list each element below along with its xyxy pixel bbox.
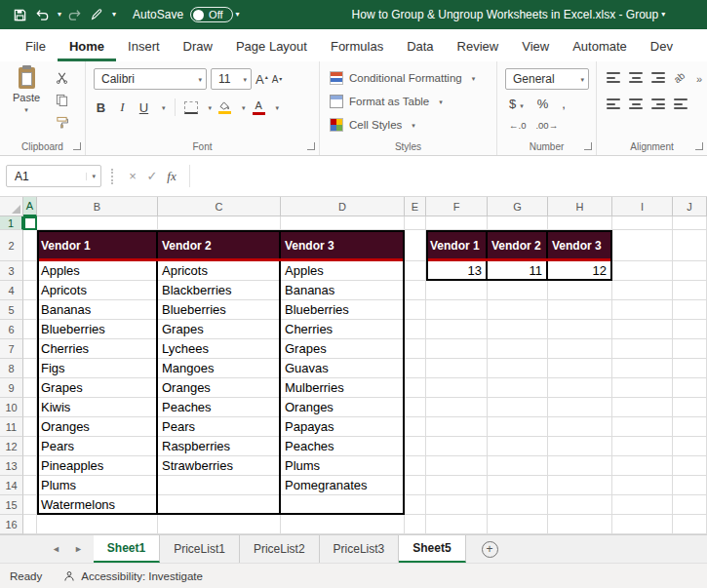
cell-C9[interactable]: Oranges <box>158 378 281 398</box>
cell-D15[interactable] <box>281 495 405 515</box>
cell-B3[interactable]: Apples <box>37 261 158 281</box>
cell-A1[interactable] <box>23 216 37 230</box>
cell-D6[interactable]: Cherries <box>281 320 405 339</box>
cell-D7[interactable]: Grapes <box>281 339 405 359</box>
cell-B6[interactable]: Blueberries <box>37 320 158 339</box>
cell-G13[interactable] <box>488 456 548 476</box>
cell-B9[interactable]: Grapes <box>37 378 158 398</box>
cell-E11[interactable] <box>405 417 426 437</box>
cell-I10[interactable] <box>612 398 673 417</box>
cell-A4[interactable] <box>23 281 37 300</box>
cell-B5[interactable]: Bananas <box>37 300 158 320</box>
bold-button[interactable]: B <box>94 98 108 117</box>
cell-C1[interactable] <box>158 216 281 230</box>
autosave-pill[interactable]: Off <box>190 7 232 22</box>
cell-E3[interactable] <box>405 261 426 281</box>
cell-I6[interactable] <box>612 320 673 339</box>
cell-D12[interactable]: Peaches <box>281 437 405 456</box>
borders-dropdown-icon[interactable]: ▾ <box>209 104 213 111</box>
cell-C4[interactable]: Blackberries <box>158 281 281 300</box>
cell-F9[interactable] <box>426 378 488 398</box>
row-header-12[interactable]: 12 <box>0 437 23 456</box>
cell-D10[interactable]: Oranges <box>281 398 405 417</box>
underline-button[interactable]: U <box>137 98 151 117</box>
copy-icon[interactable] <box>53 93 70 107</box>
row-header-7[interactable]: 7 <box>0 339 23 359</box>
cell-F12[interactable] <box>426 437 488 456</box>
cell-G14[interactable] <box>488 476 548 495</box>
middle-align-button[interactable] <box>629 72 643 83</box>
sheet-tab-sheet1[interactable]: Sheet1 <box>94 535 160 563</box>
row-header-5[interactable]: 5 <box>0 300 23 320</box>
cell-B12[interactable]: Pears <box>37 437 158 456</box>
row-header-15[interactable]: 15 <box>0 495 23 515</box>
cell-F2[interactable]: Vendor 1 <box>426 230 488 261</box>
cell-C16[interactable] <box>158 515 281 534</box>
cell-A12[interactable] <box>23 437 37 456</box>
cell-J14[interactable] <box>673 476 707 495</box>
name-box-dropdown-icon[interactable]: ▾ <box>86 173 96 180</box>
cell-A9[interactable] <box>23 378 37 398</box>
ribbon-tab-data[interactable]: Data <box>395 32 445 61</box>
ribbon-tab-automate[interactable]: Automate <box>561 32 639 61</box>
cell-E5[interactable] <box>405 300 426 320</box>
cell-J13[interactable] <box>673 456 707 476</box>
column-header-B[interactable]: B <box>37 197 158 216</box>
cell-G1[interactable] <box>488 216 548 230</box>
pen-dropdown-icon[interactable]: ▾ <box>112 11 116 19</box>
cell-D1[interactable] <box>281 216 405 230</box>
sheet-tab-sheet5[interactable]: Sheet5 <box>399 535 465 563</box>
cell-I11[interactable] <box>612 417 673 437</box>
cell-H2[interactable]: Vendor 3 <box>548 230 612 261</box>
undo-dropdown-icon[interactable]: ▾ <box>58 11 61 19</box>
cell-D4[interactable]: Bananas <box>281 281 405 300</box>
cell-F14[interactable] <box>426 476 488 495</box>
decrease-decimal-button[interactable]: .00→ <box>535 120 558 131</box>
cell-G16[interactable] <box>488 515 548 534</box>
font-family-select[interactable]: Calibri▾ <box>94 68 207 90</box>
format-as-table-button[interactable]: Format as Table ▾ <box>330 95 443 108</box>
cancel-icon[interactable]: × <box>123 169 142 183</box>
underline-dropdown-icon[interactable]: ▾ <box>162 104 166 111</box>
cell-D2[interactable]: Vendor 3 <box>281 230 405 261</box>
cell-G10[interactable] <box>488 398 548 417</box>
cell-J9[interactable] <box>673 378 707 398</box>
cell-E12[interactable] <box>405 437 426 456</box>
cell-G8[interactable] <box>488 359 548 378</box>
row-header-4[interactable]: 4 <box>0 281 23 300</box>
cell-F10[interactable] <box>426 398 488 417</box>
cell-I5[interactable] <box>612 300 673 320</box>
cell-A6[interactable] <box>23 320 37 339</box>
cell-A2[interactable] <box>23 230 37 261</box>
font-size-select[interactable]: 11▾ <box>211 68 252 90</box>
cell-G5[interactable] <box>488 300 548 320</box>
cell-H1[interactable] <box>548 216 612 230</box>
cell-F15[interactable] <box>426 495 488 515</box>
comma-style-button[interactable]: , <box>562 97 566 111</box>
cell-C6[interactable]: Grapes <box>158 320 281 339</box>
cell-I16[interactable] <box>612 515 673 534</box>
cell-H9[interactable] <box>548 378 612 398</box>
cell-C5[interactable]: Blueberries <box>158 300 281 320</box>
cell-E10[interactable] <box>405 398 426 417</box>
conditional-formatting-button[interactable]: Conditional Formatting ▾ <box>330 71 475 85</box>
cell-B11[interactable]: Oranges <box>37 417 158 437</box>
font-color-button[interactable]: A <box>253 100 265 115</box>
cell-B8[interactable]: Figs <box>37 359 158 378</box>
column-header-C[interactable]: C <box>158 197 281 216</box>
number-format-select[interactable]: General▾ <box>505 68 589 90</box>
cell-F5[interactable] <box>426 300 488 320</box>
cell-J10[interactable] <box>673 398 707 417</box>
ribbon-tab-insert[interactable]: Insert <box>116 32 172 61</box>
cell-G11[interactable] <box>488 417 548 437</box>
cell-A5[interactable] <box>23 300 37 320</box>
cell-E16[interactable] <box>405 515 426 534</box>
more-options-icon[interactable]: » <box>696 73 702 85</box>
cell-J8[interactable] <box>673 359 707 378</box>
italic-button[interactable]: I <box>115 98 130 117</box>
clipboard-dialog-launcher-icon[interactable] <box>73 142 81 150</box>
alignment-dialog-launcher-icon[interactable] <box>695 142 703 150</box>
column-header-G[interactable]: G <box>488 197 548 216</box>
cell-G12[interactable] <box>488 437 548 456</box>
cell-B7[interactable]: Cherries <box>37 339 158 359</box>
